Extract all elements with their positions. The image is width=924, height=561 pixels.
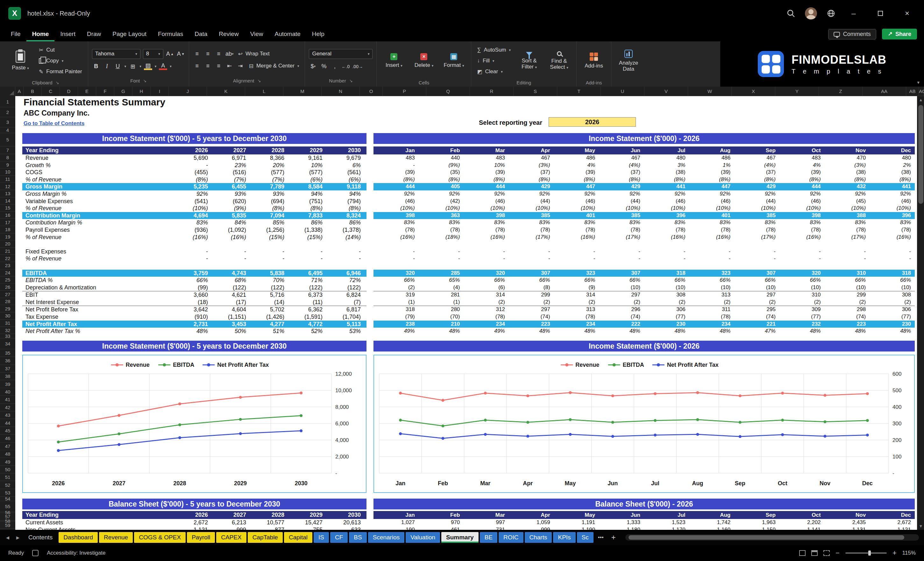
sheet-tab-captable[interactable]: CapTable — [248, 532, 283, 543]
period-header-cell[interactable]: 2029 — [290, 147, 328, 154]
page-layout-view-icon[interactable] — [811, 550, 818, 556]
toc-link[interactable]: Go to Table of Contents — [24, 120, 84, 127]
data-cell[interactable]: 285 — [419, 270, 464, 277]
data-cell[interactable]: 66% — [374, 277, 419, 284]
data-cell[interactable] — [554, 262, 599, 270]
data-cell[interactable]: (39) — [464, 169, 509, 176]
data-cell[interactable]: (10%) — [689, 205, 735, 212]
row-label-cell[interactable]: Growth % — [22, 162, 176, 169]
data-cell[interactable]: 48% — [176, 328, 214, 335]
data-cell[interactable]: 4% — [554, 162, 599, 169]
row-label-cell[interactable]: Revenue — [22, 154, 176, 162]
data-cell[interactable]: 1% — [689, 162, 735, 169]
data-cell[interactable]: - — [176, 255, 214, 262]
data-cell[interactable]: 92% — [554, 190, 599, 198]
row-header-8[interactable]: 8 — [0, 154, 15, 161]
period-header-cell[interactable]: 2029 — [290, 511, 328, 519]
column-header-W[interactable]: W — [688, 87, 732, 96]
data-cell[interactable] — [214, 241, 252, 248]
data-cell[interactable]: (78) — [689, 313, 735, 321]
data-cell[interactable]: (78) — [870, 226, 915, 234]
data-cell[interactable]: 385 — [599, 212, 644, 219]
row-header-11[interactable]: 11 — [0, 176, 15, 183]
row-header-42[interactable]: 42 — [0, 404, 15, 411]
data-cell[interactable]: 2,672 — [870, 519, 915, 526]
data-cell[interactable]: 483 — [464, 154, 509, 162]
data-cell[interactable]: (1,591) — [290, 313, 328, 321]
data-cell[interactable]: 72% — [328, 277, 366, 284]
data-cell[interactable]: (42) — [419, 198, 464, 205]
data-cell[interactable]: 4,277 — [252, 321, 290, 328]
data-cell[interactable]: 3,453 — [214, 321, 252, 328]
data-cell[interactable]: 4,743 — [214, 270, 252, 277]
row-header-50[interactable]: 50 — [0, 466, 15, 474]
data-cell[interactable]: 296 — [599, 306, 644, 313]
data-cell[interactable]: 234 — [464, 321, 509, 328]
data-cell[interactable]: (35) — [419, 169, 464, 176]
data-cell[interactable]: (751) — [290, 198, 328, 205]
data-cell[interactable]: (10) — [734, 284, 780, 291]
data-cell[interactable]: 4,604 — [214, 306, 252, 313]
data-cell[interactable]: (16%) — [464, 234, 509, 241]
row-header-9[interactable]: 9 — [0, 161, 15, 169]
row-label-cell[interactable]: Current Assets — [22, 519, 176, 526]
data-cell[interactable]: - — [214, 255, 252, 262]
data-cell[interactable]: - — [214, 248, 252, 255]
percent-format-icon[interactable]: % — [320, 62, 328, 71]
data-cell[interactable]: 15,427 — [290, 519, 328, 526]
data-cell[interactable]: 92% — [599, 190, 644, 198]
data-cell[interactable]: (17%) — [509, 234, 554, 241]
data-cell[interactable]: (10%) — [554, 205, 599, 212]
align-left-icon[interactable]: ≡ — [193, 62, 201, 70]
data-cell[interactable] — [328, 241, 366, 248]
data-cell[interactable]: 313 — [689, 291, 735, 298]
data-cell[interactable]: 306 — [870, 306, 915, 313]
data-cell[interactable]: 398 — [464, 212, 509, 219]
period-header-cell[interactable]: Mar — [464, 511, 509, 519]
minimize-button[interactable]: – — [845, 9, 862, 18]
data-cell[interactable]: (10) — [599, 284, 644, 291]
data-cell[interactable]: 86% — [290, 219, 328, 226]
data-cell[interactable]: 83% — [554, 219, 599, 226]
row-header-15[interactable]: 15 — [0, 204, 15, 212]
data-cell[interactable]: 48% — [554, 328, 599, 335]
data-cell[interactable]: (10) — [780, 284, 825, 291]
column-header-E[interactable]: E — [78, 87, 96, 96]
data-cell[interactable]: (8%) — [464, 176, 509, 183]
data-cell[interactable]: (78) — [780, 226, 825, 234]
clear-button[interactable]: ◩Clear▾ — [475, 68, 513, 76]
data-cell[interactable]: (561) — [328, 169, 366, 176]
data-cell[interactable]: 4,694 — [176, 212, 214, 219]
menu-draw[interactable]: Draw — [81, 27, 106, 41]
column-header-F[interactable]: F — [96, 87, 114, 96]
row-label-cell[interactable]: % of Revenue — [22, 255, 176, 262]
data-cell[interactable]: 396 — [644, 212, 689, 219]
data-cell[interactable]: 50% — [214, 328, 252, 335]
data-cell[interactable]: 467 — [734, 154, 780, 162]
data-cell[interactable]: 2,435 — [825, 519, 870, 526]
data-cell[interactable]: 363 — [419, 212, 464, 219]
data-cell[interactable]: 93% — [214, 190, 252, 198]
data-cell[interactable]: 20,613 — [328, 519, 366, 526]
data-cell[interactable]: (78) — [554, 313, 599, 321]
data-cell[interactable]: (10) — [689, 284, 735, 291]
column-header-Q[interactable]: Q — [426, 87, 470, 96]
period-header-cell[interactable]: 2026 — [176, 511, 214, 519]
data-cell[interactable]: (37) — [599, 169, 644, 176]
data-cell[interactable]: (78) — [374, 226, 419, 234]
row-header-34[interactable]: 34 — [0, 339, 15, 349]
row-header-43[interactable]: 43 — [0, 411, 15, 419]
data-cell[interactable]: 5,835 — [214, 212, 252, 219]
data-cell[interactable]: (39) — [780, 169, 825, 176]
data-cell[interactable]: (78) — [419, 226, 464, 234]
row-label-cell[interactable]: Payroll Expenses — [22, 226, 176, 234]
data-cell[interactable]: (46) — [554, 198, 599, 205]
data-cell[interactable]: (10%) — [644, 205, 689, 212]
row-header-2[interactable]: 2 — [0, 107, 15, 117]
row-header-40[interactable]: 40 — [0, 388, 15, 396]
row-label-cell[interactable]: Net Profit After Tax — [22, 321, 176, 328]
data-cell[interactable]: (46) — [870, 198, 915, 205]
data-cell[interactable]: 9,118 — [328, 183, 366, 190]
column-header-A[interactable]: A — [15, 87, 24, 96]
data-cell[interactable]: 9,161 — [290, 154, 328, 162]
